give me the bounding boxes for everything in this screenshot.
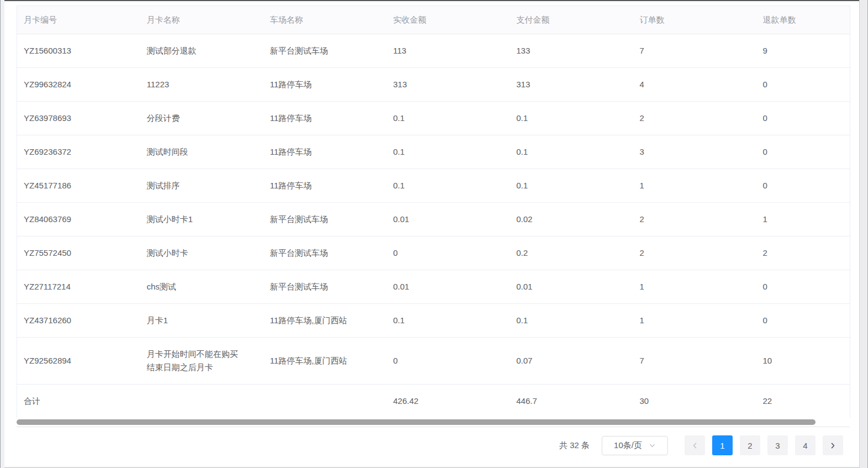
table-cell: 113 [387,34,510,68]
chevron-left-icon [691,442,698,449]
table-row: YZ75572450测试小时卡新平台测试车场00.222 [17,236,850,270]
table-cell: 0 [756,270,850,304]
page-button-4[interactable]: 4 [795,435,816,455]
vertical-scrollbar-track [859,0,868,468]
table-row: YZ84063769测试小时卡1新平台测试车场0.010.0221 [17,203,850,236]
summary-cell: 30 [633,385,756,418]
summary-cell [140,385,264,418]
column-header: 订单数 [633,6,756,34]
pagination-bar: 共 32 条 10条/页 1234 [17,435,850,455]
table-cell: 11路停车场 [264,102,387,135]
table-cell: 测试小时卡 [140,236,264,270]
table-cell: 新平台测试车场 [264,34,387,68]
summary-cell [264,385,387,418]
table-cell: 0 [756,102,850,135]
table-cell: YZ84063769 [17,203,140,236]
summary-cell: 合计 [17,385,140,418]
table-summary-row: 合计426.42446.73022 [17,385,850,418]
table-cell: 9 [756,34,850,68]
table-cell: 0 [756,68,850,102]
table-cell: 分段计费 [140,102,264,135]
prev-page-button[interactable] [685,435,705,455]
table-cell: 0.1 [387,304,510,338]
table-cell: YZ92562894 [17,338,140,385]
chevron-right-icon [829,442,837,449]
table-cell: 7 [633,34,756,68]
page-button-3[interactable]: 3 [767,435,788,455]
table-cell: 0 [756,135,850,169]
table-cell: 0.01 [387,270,510,304]
table-cell: 测试小时卡1 [140,203,264,236]
table-row: YZ63978693分段计费11路停车场0.10.120 [17,102,850,135]
table-cell: 0.2 [510,236,633,270]
report-page: 月卡编号月卡名称车场名称实收金额支付金额订单数退款单数 YZ15600313测试… [4,1,859,467]
monthly-card-report-table: 月卡编号月卡名称车场名称实收金额支付金额订单数退款单数 YZ15600313测试… [17,6,850,418]
table-cell: 0 [387,338,510,385]
table-cell: 2 [633,236,756,270]
next-page-button[interactable] [823,435,843,455]
horizontal-scrollbar-track[interactable] [17,418,850,427]
table-row: YZ92562894月卡开始时间不能在购买 结束日期之后月卡11路停车场,厦门西… [17,338,850,385]
pager: 1234 [685,435,843,455]
table-cell: 0.1 [387,169,510,203]
table-row: YZ15600313测试部分退款新平台测试车场11313379 [17,34,850,68]
table-cell: 313 [510,68,633,102]
table-cell: 11路停车场 [264,68,387,102]
table-cell: 1 [633,169,756,203]
table-cell: 1 [633,304,756,338]
table-header-row: 月卡编号月卡名称车场名称实收金额支付金额订单数退款单数 [17,6,850,34]
table-row: YZ43716260月卡111路停车场,厦门西站0.10.110 [17,304,850,338]
table-cell: 测试部分退款 [140,34,264,68]
column-header: 支付金额 [510,6,633,34]
pagination-total-label: 共 32 条 [559,440,590,451]
table-cell: 新平台测试车场 [264,203,387,236]
table-cell: 月卡1 [140,304,264,338]
table-cell: 11路停车场 [264,169,387,203]
table-cell: 313 [387,68,510,102]
table-cell: 0 [756,304,850,338]
column-header: 月卡编号 [17,6,140,34]
table-cell: YZ63978693 [17,102,140,135]
page-size-select-value: 10条/页 [614,440,642,451]
table-cell: 133 [510,34,633,68]
page-size-select[interactable]: 10条/页 [602,436,668,455]
table-cell: 新平台测试车场 [264,236,387,270]
summary-cell: 446.7 [510,385,633,418]
table-cell: YZ15600313 [17,34,140,68]
table-cell: 4 [633,68,756,102]
table-cell: 0 [756,169,850,203]
table-cell: 11223 [140,68,264,102]
page-button-2[interactable]: 2 [740,435,760,455]
table-cell: 11路停车场,厦门西站 [264,338,387,385]
chevron-down-icon [649,442,656,449]
table-row: YZ996328241122311路停车场31331340 [17,68,850,102]
table-cell: 测试时间段 [140,135,264,169]
table-cell: YZ43716260 [17,304,140,338]
table-cell: YZ45177186 [17,169,140,203]
table-cell: 0.1 [510,169,633,203]
table-cell: 0 [387,236,510,270]
table-cell: 0.02 [510,203,633,236]
table-header: 月卡编号月卡名称车场名称实收金额支付金额订单数退款单数 [17,6,850,34]
table-cell: 0.1 [387,135,510,169]
summary-cell: 426.42 [387,385,510,418]
table-cell: 3 [633,135,756,169]
table-cell: 0.07 [510,338,633,385]
table-cell: 0.1 [387,102,510,135]
column-header: 退款单数 [756,6,850,34]
table-cell: 10 [756,338,850,385]
table-cell: 测试排序 [140,169,264,203]
table-cell: 0.01 [387,203,510,236]
column-header: 月卡名称 [140,6,264,34]
table-row: YZ69236372测试时间段11路停车场0.10.130 [17,135,850,169]
summary-cell: 22 [756,385,850,418]
page-button-1[interactable]: 1 [712,435,733,455]
table-cell: YZ75572450 [17,236,140,270]
column-header: 车场名称 [264,6,387,34]
table-row: YZ45177186测试排序11路停车场0.10.110 [17,169,850,203]
table-cell: 7 [633,338,756,385]
table-cell: 0.01 [510,270,633,304]
table-cell: 2 [756,236,850,270]
table-cell: 0.1 [510,135,633,169]
horizontal-scrollbar-thumb[interactable] [17,419,816,425]
